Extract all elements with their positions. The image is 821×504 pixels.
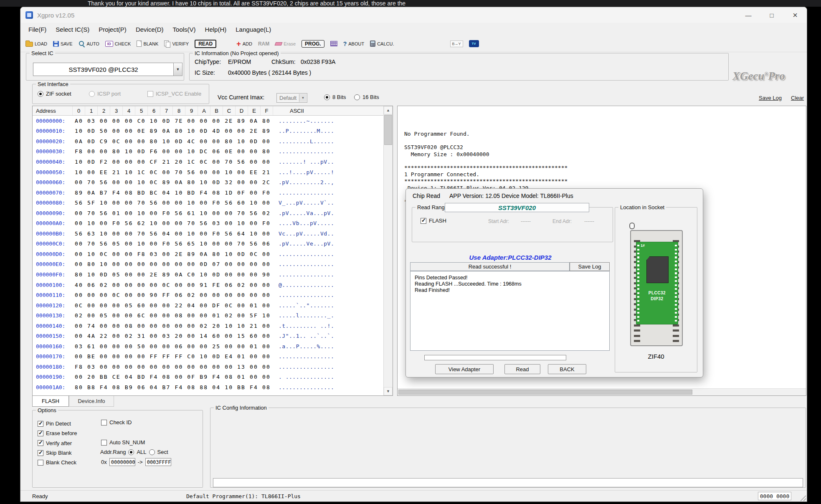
hex-bytes[interactable]: F8 03 00 00 00 00 00 00 00 00 00 00 00 1… (73, 364, 275, 370)
hex-bytes[interactable]: 00 4A 22 00 02 31 00 03 20 00 14 60 00 1… (73, 333, 275, 339)
hex-ascii[interactable]: .......! ...pV.. (275, 159, 383, 165)
hex-bytes[interactable]: 89 0A B7 F4 08 BD BC 04 10 BD F4 08 1D 0… (73, 190, 275, 196)
hex-bytes[interactable]: 00 10 00 F0 56 62 10 00 00 70 56 03 00 1… (73, 220, 275, 226)
hex-bytes[interactable]: 80 B8 F4 08 B9 06 04 B7 F4 08 88 04 10 B… (73, 384, 275, 390)
hex-bytes[interactable]: 00 70 56 00 00 10 0C 89 0A 80 10 0D 32 0… (73, 179, 275, 185)
hex-ascii[interactable]: ........~....... (275, 118, 383, 124)
hex-ascii[interactable]: ...!....pV.....! (275, 169, 383, 175)
hex-bytes[interactable]: 02 00 05 00 00 6C 00 00 08 00 00 01 02 0… (73, 312, 275, 319)
ic-combo[interactable]: SST39VF020 @PLCC32 ▼ (33, 63, 174, 76)
add-button[interactable]: + ADD (236, 41, 252, 47)
auto-sn-checkbox[interactable]: Auto SN_NUM (101, 439, 145, 446)
tv-button[interactable]: TV (469, 40, 479, 47)
erase-button[interactable]: Erase (275, 41, 296, 46)
hex-bytes[interactable]: 03 61 00 00 00 50 00 00 06 00 00 25 00 0… (73, 343, 275, 350)
scrollbar-thumb[interactable] (384, 115, 392, 145)
minimize-button[interactable]: — (737, 7, 760, 23)
program-button[interactable]: PROG. (302, 40, 324, 48)
hex-ascii[interactable]: .a...P.....%.... (275, 343, 383, 350)
vertical-scrollbar[interactable]: ▲ ▼ (383, 106, 393, 395)
option-checkbox[interactable]: Erase before (38, 428, 77, 438)
load-button[interactable]: LOAD (25, 41, 47, 47)
hex-ascii[interactable]: ................ (275, 251, 383, 257)
hex-ascii[interactable]: .t......... ..!. (275, 323, 383, 329)
range-end-input[interactable]: 0003FFFF (145, 458, 171, 466)
buffer-swap-button[interactable]: B→Y (450, 41, 463, 47)
menu-item[interactable]: Language(L) (231, 26, 276, 33)
option-checkbox[interactable]: Pin Detect (38, 419, 77, 428)
scrollbar-thumb[interactable] (398, 390, 692, 395)
option-checkbox[interactable]: Verify after (38, 438, 77, 448)
hex-ascii[interactable]: ................ (275, 353, 383, 360)
hex-ascii[interactable]: ................ (275, 148, 383, 154)
hex-ascii[interactable]: ................ (275, 190, 383, 196)
hex-bytes[interactable]: 00 70 56 01 00 10 00 F0 56 61 10 00 00 7… (73, 210, 275, 216)
hex-bytes[interactable]: 81 46 01 0A F4 08 05 39 81 39 F4 05 00 0… (73, 395, 275, 395)
resize-grip[interactable] (798, 494, 806, 501)
read-button[interactable]: READ (195, 40, 216, 48)
hex-bytes[interactable]: 80 10 0D 05 00 00 2E 89 0A C0 10 0D 00 0… (73, 271, 275, 278)
hex-bytes[interactable]: 00 10 0C 00 00 F8 03 00 2E 89 0A 80 10 0… (73, 251, 275, 257)
dialog-read-button[interactable]: Read (504, 364, 540, 374)
hex-bytes[interactable]: 00 80 10 00 00 00 00 00 00 00 0D 07 00 0… (73, 261, 275, 267)
maximize-button[interactable]: □ (760, 7, 783, 23)
icsp-vcc-checkbox[interactable]: ICSP_VCC Enable (147, 91, 201, 97)
hex-ascii[interactable]: .........L...... (275, 138, 383, 144)
hex-ascii[interactable]: ................ (275, 364, 383, 370)
ram-button[interactable]: RAM (258, 41, 269, 47)
hex-ascii[interactable]: ....Vb...pV..... (275, 220, 383, 226)
zif-socket-radio[interactable]: ZIF socket (38, 91, 71, 97)
view-adapter-button[interactable]: View Adapter (435, 364, 494, 374)
hex-ascii[interactable]: .J"..1.. ..`..`. (275, 333, 383, 339)
menu-item[interactable]: Tools(V) (168, 26, 200, 33)
save-button[interactable]: SAVE (53, 41, 73, 47)
hex-bytes[interactable]: 00 74 00 00 08 00 00 00 00 00 02 20 10 1… (73, 323, 275, 329)
hex-ascii[interactable]: .F.....9.9.....: (275, 395, 383, 395)
scroll-up-icon[interactable]: ▲ (384, 106, 393, 114)
hex-bytes[interactable]: 00 20 BB CE 04 BD F4 08 00 0F B9 F4 08 0… (73, 374, 275, 380)
range-start-input[interactable]: 00000000 (109, 458, 135, 466)
hex-ascii[interactable]: .pV.........2.., (275, 179, 383, 185)
vcc-select[interactable]: Default ▼ (276, 93, 307, 103)
hex-ascii[interactable]: .....l........_. (275, 312, 383, 319)
ic-config-field[interactable] (213, 478, 803, 487)
horizontal-scrollbar[interactable] (398, 388, 806, 395)
dialog-save-log-button[interactable]: Save Log (570, 262, 610, 271)
tab-device-info[interactable]: Device.Info (69, 396, 114, 407)
hex-bytes[interactable]: 10 0D F2 00 00 00 CF 21 20 1C 0C 00 70 5… (73, 159, 275, 165)
menu-item[interactable]: File(F) (24, 26, 51, 33)
icsp-port-radio[interactable]: ICSP port (89, 91, 121, 97)
hex-ascii[interactable]: ..P........M.... (275, 128, 383, 134)
flash-checkbox[interactable]: FLASH (421, 218, 446, 224)
hex-bytes[interactable]: F8 00 00 80 10 0D F6 00 00 10 DC 06 0E 0… (73, 148, 275, 154)
hex-bytes[interactable]: 40 06 02 00 00 00 00 0C 00 00 91 FE 06 0… (73, 282, 275, 288)
hex-ascii[interactable]: ................ (275, 384, 383, 390)
close-button[interactable]: × (783, 7, 807, 23)
tab-flash[interactable]: FLASH (32, 396, 69, 407)
hex-bytes[interactable]: A0 03 00 00 00 C0 10 0D 7E 00 00 00 2E 8… (73, 118, 275, 124)
hex-ascii[interactable]: ................ (275, 271, 383, 278)
chevron-down-icon[interactable]: ▼ (173, 63, 182, 76)
bits16-radio[interactable]: 16 Bits (354, 94, 379, 100)
title-bar[interactable]: Xgpro v12.05 — □ × (20, 7, 807, 23)
sect-radio[interactable] (149, 449, 155, 455)
hex-bytes[interactable]: 10 00 EE 21 10 1C 0C 00 70 56 00 00 10 0… (73, 169, 275, 175)
scroll-down-icon[interactable]: ▼ (384, 387, 393, 395)
auto-button[interactable]: AUTO (79, 41, 99, 47)
hex-bytes[interactable]: 00 00 00 0C 00 00 90 FF 06 02 00 00 00 0… (73, 292, 275, 298)
hex-grid[interactable]: 00000000: A0 03 00 00 00 C0 10 0D 7E 00 … (33, 116, 383, 395)
verify-button[interactable]: VERIFY (164, 41, 189, 47)
hex-ascii[interactable]: ................ (275, 261, 383, 267)
hex-ascii[interactable]: V_...pV.....V`.. (275, 200, 383, 206)
socket-map-button[interactable] (330, 41, 337, 46)
option-checkbox[interactable]: Skip Blank (38, 448, 77, 458)
option-checkbox[interactable]: Blank Check (38, 458, 77, 467)
hex-bytes[interactable]: 56 5F 10 00 00 70 56 00 00 10 00 F0 56 6… (73, 200, 275, 206)
hex-bytes[interactable]: 0A 0D C9 0C 00 00 80 10 0D 4C 00 00 80 1… (73, 138, 275, 144)
check-id-checkbox[interactable]: Check ID (101, 419, 132, 425)
check-id-button[interactable]: CHECK (105, 41, 131, 47)
save-log-link[interactable]: Save Log (759, 95, 782, 101)
menu-item[interactable]: Select IC(S) (51, 26, 94, 33)
hex-bytes[interactable]: 56 63 10 00 00 70 56 04 00 10 00 F0 56 6… (73, 230, 275, 237)
menu-item[interactable]: Project(P) (94, 26, 131, 33)
